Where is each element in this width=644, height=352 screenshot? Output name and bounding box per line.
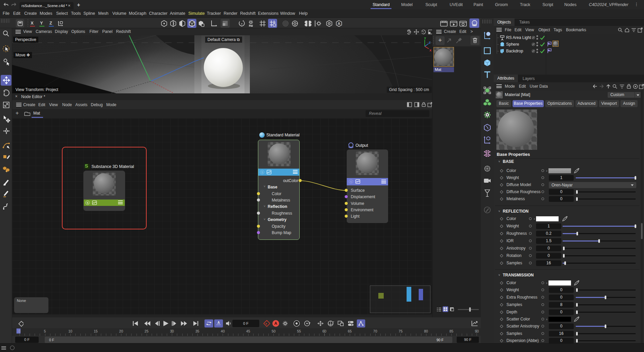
svg-text:Z: Z	[429, 41, 431, 44]
svg-text:A: A	[217, 321, 220, 324]
svg-text:Y: Y	[424, 37, 426, 40]
svg-text:X: X	[429, 49, 431, 52]
svg-text:A: A	[338, 21, 340, 26]
